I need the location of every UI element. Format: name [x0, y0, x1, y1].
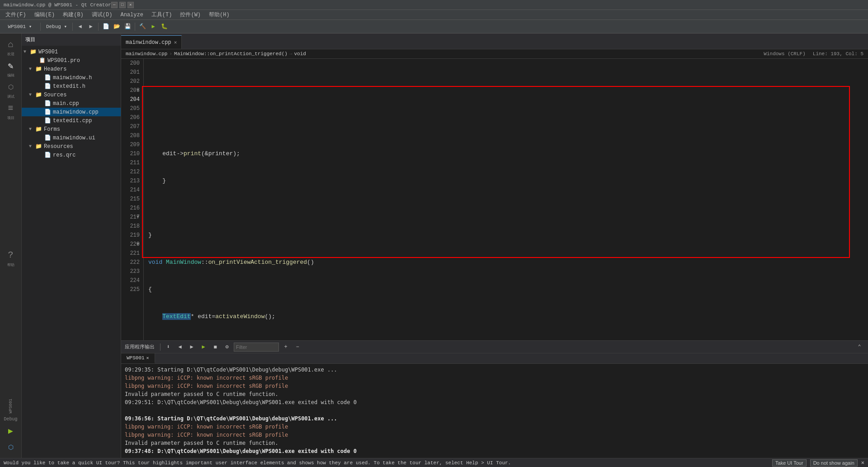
- output-line-7: libpng warning: iCCP: known incorrect sR…: [125, 423, 864, 431]
- run-main-button[interactable]: ▶: [4, 424, 18, 438]
- run-output-btn[interactable]: ▶: [198, 342, 208, 352]
- close-panel-btn[interactable]: ⌃: [854, 342, 864, 352]
- activity-debug[interactable]: ⬡ 调试: [1, 80, 21, 99]
- settings-output-btn[interactable]: ⚙: [222, 342, 232, 352]
- output-line-4: Invalid parameter passed to C runtime fu…: [125, 390, 864, 398]
- editor-wrapper: mainwindow.cpp ✕ mainwindow.cpp › MainWi…: [121, 33, 868, 340]
- full-layout: ⌂ 欢迎 ✎ 编辑 ⬡ 调试 ≡ 项目 ? 帮助 WPS001 Debug ▶ …: [0, 33, 868, 458]
- tree-item-textedit-cpp[interactable]: 📄 textedit.cpp: [22, 116, 121, 125]
- do-not-show-button[interactable]: Do not show again: [810, 459, 858, 467]
- wps001-output-close[interactable]: ✕: [146, 355, 149, 361]
- activity-project[interactable]: ≡ 项目: [1, 101, 21, 120]
- debug-main-button[interactable]: ⬡: [4, 440, 18, 454]
- tab-mainwindow-cpp[interactable]: mainwindow.cpp ✕: [121, 35, 182, 49]
- tree-item-textedit-h[interactable]: 📄 textedit.h: [22, 82, 121, 91]
- add-filter-btn[interactable]: +: [281, 342, 291, 352]
- output-line-5: 09:29:51: D:\QT\qtCode\WPS001\Debug\debu…: [125, 398, 864, 406]
- line-202: 202: [125, 77, 140, 86]
- titlebar: mainwindow.cpp @ WPS001 - Qt Creator — □…: [0, 0, 868, 10]
- menu-controls[interactable]: 控件(W): [176, 10, 204, 19]
- file-icon-wps001pro: 📋: [39, 57, 46, 64]
- line-211: 211: [125, 158, 140, 167]
- menu-edit[interactable]: 编辑(E): [31, 10, 59, 19]
- prev-output-btn[interactable]: ◀: [175, 342, 185, 352]
- textedit-cpp-label: textedit.cpp: [53, 118, 92, 124]
- open-file-button[interactable]: 📂: [112, 22, 122, 32]
- tree-arrow-headers: ▼: [29, 67, 35, 71]
- maximize-button[interactable]: □: [119, 2, 126, 8]
- tree-item-resources[interactable]: ▼ 📁 Resources: [22, 142, 121, 151]
- file-icon-mainwindow-cpp: 📄: [44, 109, 51, 115]
- tree-item-wps001pro[interactable]: 📋 WPS001.pro: [22, 56, 121, 65]
- tree-item-mainwindow-h[interactable]: 📄 mainwindow.h: [22, 73, 121, 82]
- main-toolbar: WPS001 ▾ Debug ▾ ◀ ▶ 📄 📂 💾 🔨 ▶ 🐛: [0, 20, 868, 33]
- fold-marker-204[interactable]: ▼: [137, 86, 139, 95]
- file-icon-textedit-cpp: 📄: [44, 117, 51, 124]
- remove-filter-btn[interactable]: −: [292, 342, 302, 352]
- tree-item-res-qrc[interactable]: 📄 res.qrc: [22, 151, 121, 159]
- build-button[interactable]: 🔨: [137, 22, 147, 32]
- menu-help[interactable]: 帮助(H): [205, 10, 233, 19]
- breadcrumb-return: void: [294, 51, 306, 57]
- tree-item-wps001[interactable]: ▼ 📁 WPS001: [22, 48, 121, 56]
- activity-help[interactable]: ? 帮助: [1, 248, 21, 267]
- back-button[interactable]: ◀: [75, 22, 85, 32]
- output-line-3: libpng warning: iCCP: known incorrect sR…: [125, 382, 864, 390]
- toolbar-separator-4: [135, 23, 135, 31]
- output-line-1: 09:29:35: Starting D:\QT\qtCode\WPS001\D…: [125, 366, 864, 374]
- menu-debug[interactable]: 调试(D): [88, 10, 116, 19]
- activity-bar: ⌂ 欢迎 ✎ 编辑 ⬡ 调试 ≡ 项目 ? 帮助 WPS001 Debug ▶ …: [0, 33, 22, 458]
- line-numbers: 200 201 202 203 204 205 206 207 208 209 …: [121, 59, 144, 340]
- breadcrumb-class[interactable]: MainWindow::on_printAction_triggered(): [174, 51, 288, 57]
- tab-close-mainwindow-cpp[interactable]: ✕: [174, 39, 177, 45]
- sidebar-header: 项目: [22, 33, 121, 46]
- menu-build[interactable]: 构建(B): [59, 10, 87, 19]
- project-label: 项目: [1, 115, 21, 120]
- tab-wps001-output[interactable]: WPS001 ✕: [121, 353, 155, 363]
- stop-output-btn[interactable]: ◼: [210, 342, 220, 352]
- fold-marker-217[interactable]: ▼: [137, 213, 139, 222]
- save-button[interactable]: 💾: [123, 22, 132, 32]
- tree-item-mainwindow-ui[interactable]: 📄 mainwindow.ui: [22, 133, 121, 142]
- new-file-button[interactable]: 📄: [101, 22, 111, 32]
- file-icon-res-qrc: 📄: [44, 152, 51, 158]
- menu-tools[interactable]: 工具(T): [148, 10, 176, 19]
- line-216: 216: [125, 204, 140, 213]
- line-222: 222: [125, 258, 140, 267]
- menu-analyze[interactable]: Analyze: [117, 11, 146, 19]
- tree-item-headers[interactable]: ▼ 📁 Headers: [22, 65, 121, 73]
- tree-item-forms[interactable]: ▼ 📁 Forms: [22, 125, 121, 133]
- breadcrumb-file[interactable]: mainwindow.cpp: [126, 51, 167, 57]
- menu-file[interactable]: 文件(F): [2, 10, 30, 19]
- debug-run-button[interactable]: 🐛: [159, 22, 169, 32]
- line-224: 224: [125, 276, 140, 285]
- activity-edit[interactable]: ✎ 编辑: [1, 58, 21, 78]
- output-line-9: Invalid parameter passed to C runtime fu…: [125, 439, 864, 447]
- tour-close-btn[interactable]: ✕: [861, 459, 864, 466]
- project-selector[interactable]: WPS001 ▾: [2, 22, 38, 32]
- debug-icon: ⬡: [4, 80, 18, 94]
- filter-input[interactable]: [234, 343, 279, 352]
- next-output-btn[interactable]: ▶: [187, 342, 197, 352]
- code-line-200: edit->print(&printer);: [148, 149, 863, 158]
- folder-icon-headers: 📁: [35, 66, 42, 72]
- minimize-button[interactable]: —: [111, 2, 118, 8]
- scroll-to-bottom-btn[interactable]: ⬇: [163, 342, 173, 352]
- forward-button[interactable]: ▶: [86, 22, 96, 32]
- debug-label: 调试: [1, 94, 21, 99]
- close-button[interactable]: ✕: [127, 2, 134, 8]
- line-213: 213: [125, 176, 140, 186]
- tree-item-main-cpp[interactable]: 📄 main.cpp: [22, 99, 121, 108]
- activity-welcome[interactable]: ⌂ 欢迎: [1, 37, 21, 57]
- tree-item-mainwindow-cpp[interactable]: 📄 mainwindow.cpp: [22, 108, 121, 116]
- tree-item-sources[interactable]: ▼ 📁 Sources: [22, 91, 121, 99]
- line-207: 207: [125, 122, 140, 131]
- code-container[interactable]: 200 201 202 203 204 205 206 207 208 209 …: [121, 59, 868, 340]
- fold-marker-220[interactable]: ▼: [137, 240, 139, 249]
- take-tour-button[interactable]: Take UI Tour: [772, 459, 807, 467]
- run-config[interactable]: Debug ▾: [43, 22, 70, 32]
- tab-bar: mainwindow.cpp ✕: [121, 33, 868, 49]
- breadcrumb: mainwindow.cpp › MainWindow::on_printAct…: [121, 49, 868, 59]
- run-button[interactable]: ▶: [148, 22, 158, 32]
- editor-encoding: Windows (CRLF): [764, 51, 805, 57]
